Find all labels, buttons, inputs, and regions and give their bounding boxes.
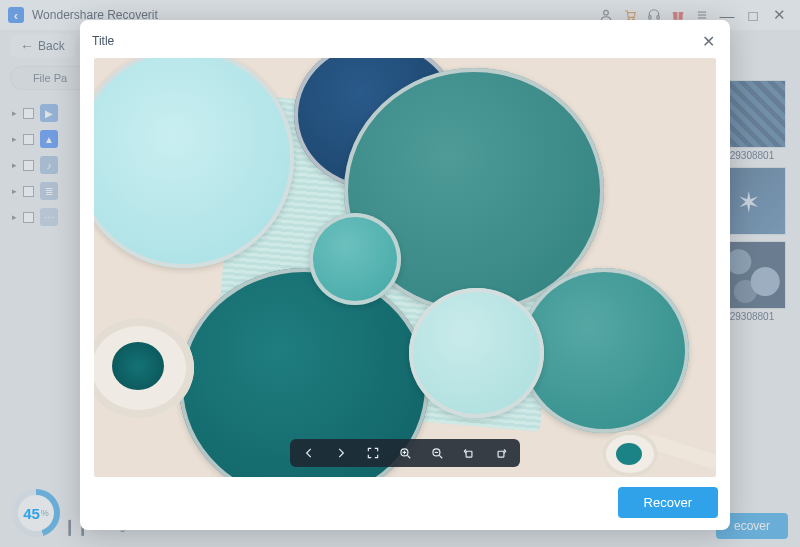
modal-close-button[interactable]: ✕ bbox=[698, 32, 718, 51]
modal-recover-button[interactable]: Recover bbox=[618, 487, 718, 518]
preview-image bbox=[94, 58, 716, 477]
svg-rect-19 bbox=[498, 451, 504, 457]
progress-unit: % bbox=[41, 508, 49, 518]
progress-percent: 45 bbox=[23, 505, 40, 522]
prev-button[interactable] bbox=[300, 444, 318, 462]
fullscreen-button[interactable] bbox=[364, 444, 382, 462]
svg-rect-18 bbox=[466, 451, 472, 457]
preview-toolbar bbox=[290, 439, 520, 467]
svg-line-17 bbox=[439, 455, 442, 458]
next-button[interactable] bbox=[332, 444, 350, 462]
rotate-right-button[interactable] bbox=[492, 444, 510, 462]
zoom-out-button[interactable] bbox=[428, 444, 446, 462]
zoom-in-button[interactable] bbox=[396, 444, 414, 462]
preview-modal: Title ✕ Recover bbox=[80, 20, 730, 530]
modal-title: Title bbox=[92, 34, 114, 48]
rotate-left-button[interactable] bbox=[460, 444, 478, 462]
svg-line-14 bbox=[407, 455, 410, 458]
